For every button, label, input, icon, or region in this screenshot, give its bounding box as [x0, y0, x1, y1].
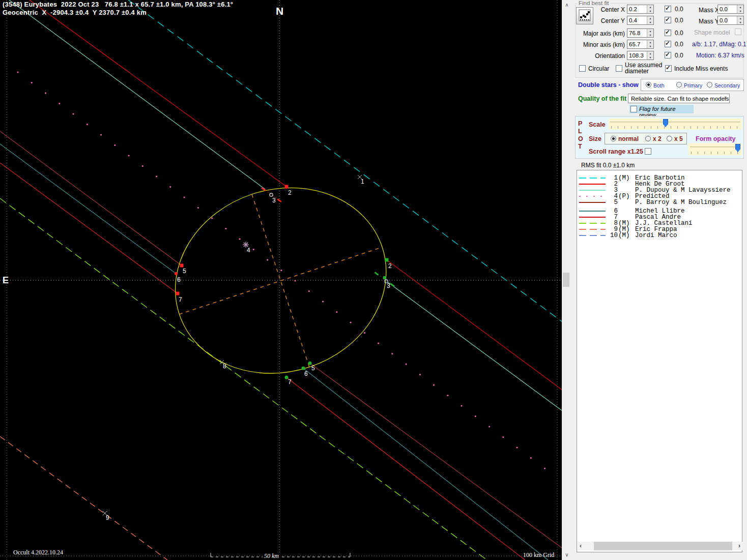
hscroll-thumb[interactable] [594, 542, 732, 550]
chord-number-label: 5 [183, 268, 186, 275]
form-opacity-slider[interactable] [688, 143, 742, 155]
event-marker [302, 367, 305, 370]
event-marker [383, 276, 386, 279]
double-stars-secondary-label: Secondary [714, 82, 740, 89]
center-y-uncertainty: 0.0 [675, 17, 683, 24]
mass-y-input[interactable]: 0.0 ▴▾ [717, 16, 744, 25]
scroll-up-icon[interactable]: ∧ [562, 2, 571, 8]
chord-line-7 [0, 163, 178, 293]
size-x5-radio[interactable] [667, 136, 672, 141]
double-stars-primary-label: Primary [684, 82, 702, 89]
quality-of-fit-dropdown[interactable]: Reliable size. Can fit to shape models ∨ [628, 94, 730, 103]
center-x-label: Center X [594, 6, 625, 13]
chord-line-6 [303, 368, 548, 560]
legend-line-sample [579, 235, 606, 236]
spinner-buttons[interactable]: ▴▾ [737, 5, 743, 13]
flag-review-checkbox[interactable] [630, 106, 637, 112]
ellipse-major-axis [179, 247, 382, 314]
leg-tag: (P) [618, 193, 630, 199]
chord-line-8 [0, 198, 487, 560]
size-x2-radio[interactable] [645, 136, 651, 141]
leg-num: 10 [607, 232, 618, 239]
center-x-input[interactable]: 0.2 ▴▾ [627, 5, 654, 14]
scalebar-label: 50 km [263, 552, 280, 560]
orientation-fit-checkbox[interactable]: ✓ [665, 52, 671, 58]
chord-line-1 [128, 0, 562, 321]
chevron-down-icon[interactable]: ∨ [724, 95, 727, 100]
minor-axis-input[interactable]: 65.7 ▴▾ [627, 40, 654, 49]
form-opacity-slider-thumb[interactable] [735, 144, 740, 152]
plot-title-line1: (3548) Eurybates 2022 Oct 23 76.8 ±1.1 x… [3, 1, 233, 8]
mass-x-input[interactable]: 0.0 ▴▾ [717, 5, 744, 14]
legend-line-sample [579, 211, 606, 212]
legend-line-sample [579, 229, 606, 230]
scroll-range-checkbox[interactable] [645, 148, 651, 155]
occultation-plot[interactable]: 23235675674189 (3548) Eurybates 2022 Oct… [0, 0, 562, 560]
include-miss-events-label: Include Miss events [674, 65, 728, 72]
quality-of-fit-label: Quality of the fit [578, 95, 626, 102]
spinner-buttons[interactable]: ▴▾ [647, 29, 653, 37]
spinner-buttons[interactable]: ▴▾ [647, 51, 653, 60]
minor-axis-fit-checkbox[interactable]: ✓ [665, 41, 671, 47]
size-normal-radio[interactable] [611, 136, 616, 141]
scale-label: Scale [589, 121, 606, 128]
size-label: Size [589, 135, 601, 142]
scale-slider[interactable] [609, 119, 742, 130]
center-x-fit-checkbox[interactable]: ✓ [665, 6, 671, 12]
scroll-left-icon[interactable]: ‹ [580, 542, 582, 549]
spinner-buttons[interactable]: ▴▾ [647, 16, 653, 24]
legend-row-5: 5P. Barroy & M Boulinguez [577, 199, 742, 205]
grid-scale-text: 100 km Grid [523, 551, 554, 559]
double-stars-both-radio[interactable] [646, 82, 651, 87]
scroll-down-icon[interactable]: ∨ [562, 552, 571, 558]
chord-number-label: 7 [288, 378, 292, 386]
orientation-input[interactable]: 108.3 ▴▾ [627, 51, 654, 60]
orientation-uncertainty: 0.0 [675, 52, 683, 59]
chord-line-9 [0, 436, 167, 560]
chord-number-label: 4 [247, 247, 250, 254]
uncertainty-segment [265, 190, 278, 199]
circular-label: Circular [588, 65, 609, 72]
center-y-input[interactable]: 0.4 ▴▾ [627, 16, 654, 25]
use-assumed-diameter-label: Use assumeddiameter [625, 62, 662, 74]
chord-number-label: 6 [304, 370, 308, 377]
spinner-buttons[interactable]: ▴▾ [647, 5, 653, 13]
event-marker [180, 264, 184, 268]
chord-line-5 [310, 363, 562, 548]
panel-vertical-scrollbar[interactable]: ∧ ∨ [562, 0, 571, 560]
spinner-buttons[interactable]: ▴▾ [737, 16, 743, 24]
chord-line-2 [30, 0, 286, 187]
leg-name: P. Barroy & M Boulinguez [635, 199, 727, 205]
center-y-fit-checkbox[interactable]: ✓ [665, 17, 671, 23]
find-best-fit-button[interactable] [576, 7, 593, 24]
vscroll-thumb[interactable] [563, 273, 569, 287]
include-miss-events-checkbox[interactable]: ✓ [665, 65, 672, 72]
error-bar-tick [390, 283, 394, 286]
chord-number-label: 9 [106, 514, 109, 521]
major-axis-input[interactable]: 76.8 ▴▾ [627, 28, 654, 38]
scroll-right-icon[interactable]: › [738, 542, 740, 549]
major-axis-uncertainty: 0.0 [675, 30, 683, 37]
size-normal-label: normal [618, 135, 639, 142]
circular-checkbox[interactable] [579, 65, 586, 72]
legend-horizontal-scrollbar[interactable]: ‹ › [578, 542, 742, 550]
center-y-label: Center Y [594, 17, 625, 24]
plot-canvas[interactable]: 23235675674189 [0, 0, 562, 560]
double-stars-primary-radio[interactable] [676, 82, 682, 87]
chord-line-6 [0, 144, 176, 274]
chord-line-7 [286, 377, 525, 560]
shape-model-label: Shape model [694, 29, 730, 36]
error-bar-tick [262, 188, 265, 190]
double-stars-secondary-radio[interactable] [707, 82, 712, 87]
shape-model-checkbox[interactable] [735, 28, 741, 35]
leg-tag: (M) [618, 175, 630, 181]
use-assumed-diameter-checkbox[interactable] [616, 65, 622, 72]
major-axis-fit-checkbox[interactable]: ✓ [665, 30, 671, 36]
size-x5-label: x 5 [674, 135, 683, 142]
chord-number-label: 6 [177, 276, 181, 283]
flag-review-row: Flag for future review [629, 105, 694, 113]
spinner-buttons[interactable]: ▴▾ [647, 40, 653, 48]
legend-line-sample [579, 217, 606, 218]
legend-row-10: 10(M)Jordi Marco [577, 232, 742, 239]
legend-line-sample [579, 190, 606, 191]
